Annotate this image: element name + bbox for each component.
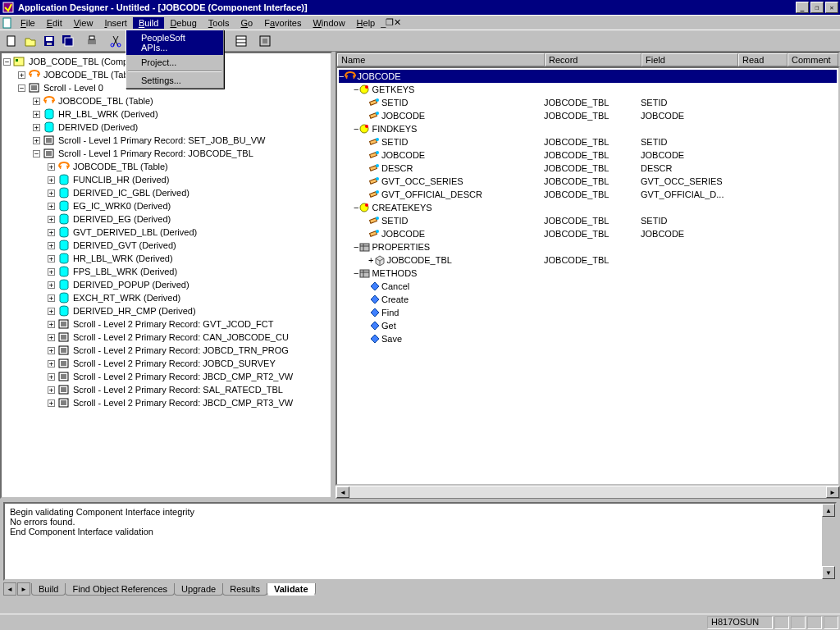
tree-row[interactable]: −GETKEYS	[339, 83, 837, 96]
expand-icon[interactable]: +	[48, 373, 55, 381]
tree-row[interactable]: +DERIVED_GVT (Derived)	[3, 239, 331, 252]
tab-upgrade[interactable]: Upgrade	[174, 583, 223, 596]
tree-row[interactable]: +JOBCODE_TBLJOBCODE_TBL	[339, 253, 837, 267]
expand-icon[interactable]: +	[48, 163, 55, 171]
tree-row[interactable]: +HR_LBL_WRK (Derived)	[3, 252, 331, 265]
tree-row[interactable]: JOBCODEJOBCODE_TBLJOBCODE	[339, 148, 837, 162]
expand-icon[interactable]: +	[18, 71, 25, 79]
scroll-down-icon[interactable]: ▼	[822, 566, 835, 579]
menu-window[interactable]: Window	[307, 17, 350, 29]
menu-debug[interactable]: Debug	[164, 17, 202, 29]
expand-icon[interactable]: +	[48, 268, 55, 276]
mdi-restore-button[interactable]: ❐	[386, 17, 394, 28]
expand-icon[interactable]: +	[48, 242, 55, 249]
expand-icon[interactable]: +	[33, 137, 40, 144]
tree-row[interactable]: +Scroll - Level 2 Primary Record: GVT_JC…	[3, 317, 331, 331]
tb-new[interactable]	[2, 32, 21, 50]
tree-row[interactable]: GVT_OCC_SERIESJOBCODE_TBLGVT_OCC_SERIES	[339, 175, 837, 188]
tree-row[interactable]: SETIDJOBCODE_TBLSETID	[339, 135, 837, 148]
expand-icon[interactable]: +	[48, 189, 55, 197]
tree-row[interactable]: −Scroll - Level 1 Primary Record: JOBCOD…	[3, 147, 331, 160]
output-vscroll[interactable]: ▲ ▼	[822, 504, 835, 579]
scroll-left-icon[interactable]: ◄	[336, 486, 349, 498]
tb-open[interactable]	[21, 32, 39, 50]
menu-peoplesoft-apis[interactable]: PeopleSoft APIs...	[126, 30, 223, 55]
expand-icon[interactable]: +	[48, 255, 55, 262]
col-name[interactable]: Name	[337, 53, 545, 66]
tree-row[interactable]: −FINDKEYS	[339, 122, 837, 135]
expand-icon[interactable]: +	[48, 360, 55, 368]
tree-row[interactable]: +DERIVED_IC_GBL (Derived)	[3, 186, 331, 199]
col-field[interactable]: Field	[641, 53, 738, 66]
menu-insert[interactable]: Insert	[98, 17, 133, 29]
tree-row[interactable]: +DERIVED (Derived)	[3, 121, 331, 134]
menu-build[interactable]: Build	[133, 17, 164, 29]
scroll-up-icon[interactable]: ▲	[822, 504, 835, 517]
tree-row[interactable]: Get	[339, 319, 837, 332]
tree-row[interactable]: +FPS_LBL_WRK (Derived)	[3, 265, 331, 278]
tab-nav-right[interactable]: ►	[17, 582, 30, 596]
tb-cut[interactable]	[106, 32, 125, 50]
menu-help[interactable]: Help	[351, 17, 381, 29]
col-readonly[interactable]: Read Only	[738, 53, 788, 66]
minimize-button[interactable]: _	[796, 2, 809, 13]
tree-row[interactable]: +Scroll - Level 2 Primary Record: JBCD_C…	[3, 396, 331, 409]
menu-settings[interactable]: Settings...	[126, 73, 223, 88]
right-hscroll[interactable]: ◄ ►	[336, 486, 840, 499]
tree-row[interactable]: JOBCODEJOBCODE_TBLJOBCODE	[339, 227, 837, 240]
expand-icon[interactable]: +	[48, 203, 55, 210]
collapse-icon[interactable]: −	[33, 150, 40, 158]
tree-row[interactable]: +Scroll - Level 1 Primary Record: SET_JO…	[3, 134, 331, 147]
col-record[interactable]: Record	[545, 53, 641, 66]
tree-row[interactable]: +EG_IC_WRK0 (Derived)	[3, 199, 331, 212]
maximize-button[interactable]: ❐	[810, 2, 824, 13]
tree-row[interactable]: +FUNCLIB_HR (Derived)	[3, 173, 331, 186]
tab-find[interactable]: Find Object References	[65, 583, 175, 596]
tree-row[interactable]: +Scroll - Level 2 Primary Record: SAL_RA…	[3, 383, 331, 396]
tree-row[interactable]: −CREATEKEYS	[339, 201, 837, 214]
tree-row[interactable]: +EXCH_RT_WRK (Derived)	[3, 291, 331, 304]
close-button[interactable]: ✕	[825, 2, 838, 13]
menu-go[interactable]: Go	[235, 17, 259, 29]
tab-build[interactable]: Build	[31, 583, 66, 596]
menu-project[interactable]: Project...	[126, 55, 223, 70]
menu-edit[interactable]: Edit	[41, 17, 68, 29]
tab-results[interactable]: Results	[222, 583, 267, 596]
right-tree-pane[interactable]: −JOBCODE−GETKEYSSETIDJOBCODE_TBLSETIDJOB…	[336, 66, 840, 486]
tree-row[interactable]: +Scroll - Level 2 Primary Record: JBCD_C…	[3, 370, 331, 383]
tree-row[interactable]: −PROPERTIES	[339, 240, 837, 253]
tree-row[interactable]: Create	[339, 293, 837, 306]
expand-icon[interactable]: +	[48, 229, 55, 236]
expand-icon[interactable]: +	[48, 216, 55, 223]
expand-icon[interactable]: +	[48, 281, 55, 289]
expand-icon[interactable]: +	[48, 321, 55, 328]
expand-icon[interactable]: +	[48, 176, 55, 184]
tree-row[interactable]: +Scroll - Level 2 Primary Record: CAN_JO…	[3, 331, 331, 344]
tree-row[interactable]: DESCRJOBCODE_TBLDESCR	[339, 162, 837, 175]
tb-build[interactable]	[255, 32, 274, 50]
tree-row[interactable]: Cancel	[339, 280, 837, 293]
tab-validate[interactable]: Validate	[267, 583, 316, 596]
tree-row[interactable]: GVT_OFFICIAL_DESCRJOBCODE_TBLGVT_OFFICIA…	[339, 188, 837, 201]
expand-icon[interactable]: +	[33, 98, 40, 105]
tree-row[interactable]: −JOBCODE	[339, 70, 837, 83]
tree-row[interactable]: +DERIVED_HR_CMP (Derived)	[3, 304, 331, 317]
tree-row[interactable]: +DERIVED_EG (Derived)	[3, 212, 331, 226]
tree-row[interactable]: −METHODS	[339, 267, 837, 280]
tree-row[interactable]: JOBCODEJOBCODE_TBLJOBCODE	[339, 109, 837, 122]
expand-icon[interactable]: +	[33, 124, 40, 131]
tb-properties[interactable]	[231, 32, 250, 50]
expand-icon[interactable]: +	[48, 308, 55, 315]
expand-icon[interactable]: +	[48, 347, 55, 354]
tree-row[interactable]: SETIDJOBCODE_TBLSETID	[339, 214, 837, 227]
tree-row[interactable]: +JOBCODE_TBL (Table)	[3, 160, 331, 173]
menu-favorites[interactable]: Favorites	[258, 17, 307, 29]
tree-row[interactable]: Find	[339, 306, 837, 319]
menu-tools[interactable]: Tools	[203, 17, 235, 29]
tree-row[interactable]: +HR_LBL_WRK (Derived)	[3, 107, 331, 121]
expand-icon[interactable]: +	[48, 386, 55, 394]
output-text[interactable]: Begin validating Component Interface int…	[3, 502, 837, 581]
tb-save-all[interactable]	[58, 32, 77, 50]
tree-row[interactable]: +DERIVED_POPUP (Derived)	[3, 278, 331, 291]
left-tree-pane[interactable]: −JOB_CODE_TBL (Component)+JOBCODE_TBL (T…	[0, 52, 332, 499]
